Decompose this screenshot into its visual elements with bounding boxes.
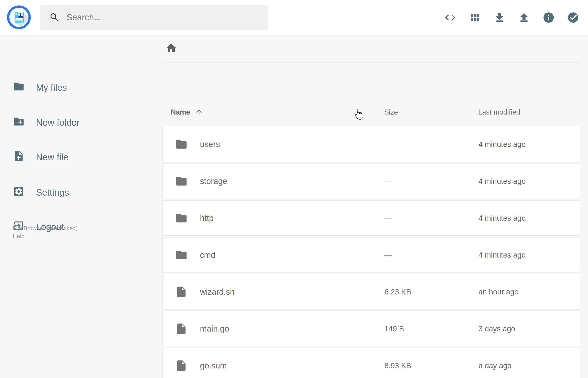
grid-view-icon xyxy=(469,11,481,24)
row-modified: 4 minutes ago xyxy=(479,251,526,259)
row-name: wizard.sh xyxy=(200,287,235,297)
select-multiple-button[interactable] xyxy=(567,11,579,24)
row-modified: 4 minutes ago xyxy=(479,177,526,186)
sidebar: My files New folder New file Settings Lo… xyxy=(0,35,150,378)
settings-icon xyxy=(13,186,25,197)
sidebar-item-settings[interactable]: Settings xyxy=(0,180,150,205)
sidebar-divider xyxy=(0,70,145,70)
row-size: — xyxy=(384,177,392,186)
filebrowser-app: Search... xyxy=(0,0,588,378)
app-logo[interactable] xyxy=(7,5,31,29)
check-circle-icon xyxy=(567,11,579,24)
file-row-storage[interactable]: storage — 4 minutes ago xyxy=(162,163,580,199)
row-name: storage xyxy=(200,176,227,186)
upload-button[interactable] xyxy=(518,11,530,24)
search-input[interactable]: Search... xyxy=(40,5,268,30)
code-icon xyxy=(444,11,456,24)
row-name: users xyxy=(200,140,220,149)
row-name: http xyxy=(200,213,214,223)
new-file-icon xyxy=(13,150,25,162)
row-modified: a day ago xyxy=(479,361,511,370)
folder-icon xyxy=(13,81,25,93)
app-version-text: File Browser v(untracked) xyxy=(13,224,78,232)
row-size: — xyxy=(384,140,392,149)
sidebar-divider xyxy=(0,140,145,140)
download-icon xyxy=(493,11,506,24)
grid-view-button[interactable] xyxy=(469,11,481,24)
info-icon xyxy=(542,11,555,24)
row-size: — xyxy=(384,251,392,259)
folder-icon xyxy=(175,212,188,225)
sort-by-name-header[interactable]: Name xyxy=(171,108,203,116)
listing-header: Name Size Last modified xyxy=(162,103,580,121)
row-name: cmd xyxy=(200,250,215,260)
sidebar-item-new-file[interactable]: New file xyxy=(0,145,150,170)
topbar-actions xyxy=(432,0,579,35)
breadcrumb-divider xyxy=(162,62,580,63)
sidebar-item-new-folder[interactable]: New folder xyxy=(0,110,150,135)
floppy-logo-icon xyxy=(7,5,31,29)
sidebar-item-label: Settings xyxy=(36,188,69,198)
breadcrumb-home-button[interactable] xyxy=(165,42,177,54)
file-icon xyxy=(175,323,188,335)
raw-view-button[interactable] xyxy=(444,11,456,24)
row-size: — xyxy=(384,214,392,222)
sidebar-item-label: New file xyxy=(36,152,68,162)
topbar: Search... xyxy=(0,0,588,35)
create-new-folder-icon xyxy=(13,116,25,128)
folder-icon xyxy=(175,175,188,188)
sidebar-item-label: My files xyxy=(36,82,67,93)
folder-icon xyxy=(175,249,188,261)
file-icon xyxy=(175,285,188,298)
sidebar-item-label: New folder xyxy=(36,118,80,128)
file-row-users[interactable]: users — 4 minutes ago xyxy=(162,127,580,162)
file-icon xyxy=(175,359,188,372)
row-name: go.sum xyxy=(200,361,227,370)
row-size: 8.93 KB xyxy=(384,361,411,370)
file-rows: users — 4 minutes ago storage — 4 minute… xyxy=(162,127,580,378)
upload-icon xyxy=(518,11,530,24)
row-modified: 4 minutes ago xyxy=(479,214,526,222)
info-button[interactable] xyxy=(542,11,555,24)
file-row-main.go[interactable]: main.go 149 B 3 days ago xyxy=(162,311,580,346)
sidebar-item-my-files[interactable]: My files xyxy=(0,75,150,100)
home-icon xyxy=(165,42,177,54)
row-modified: 3 days ago xyxy=(479,324,515,333)
folder-icon xyxy=(175,138,188,151)
file-listing: Name Size Last modified users — 4 minute… xyxy=(162,35,580,378)
search-icon xyxy=(49,12,60,23)
row-size: 6.23 KB xyxy=(384,288,411,296)
file-row-http[interactable]: http — 4 minutes ago xyxy=(162,200,580,236)
sort-by-modified-header[interactable]: Last modified xyxy=(478,108,520,116)
search-placeholder: Search... xyxy=(67,13,101,22)
arrow-up-icon xyxy=(195,108,203,116)
row-modified: 4 minutes ago xyxy=(479,140,526,149)
file-row-wizard.sh[interactable]: wizard.sh 6.23 KB an hour ago xyxy=(162,274,580,310)
row-name: main.go xyxy=(200,324,229,334)
download-button[interactable] xyxy=(493,11,506,24)
file-row-go.sum[interactable]: go.sum 8.93 KB a day ago xyxy=(162,348,580,378)
sort-by-size-header[interactable]: Size xyxy=(384,108,398,116)
help-link[interactable]: Help xyxy=(13,232,24,240)
file-row-cmd[interactable]: cmd — 4 minutes ago xyxy=(162,237,580,272)
row-size: 149 B xyxy=(384,324,404,333)
sidebar-footer: File Browser v(untracked) Help xyxy=(13,224,78,240)
row-modified: an hour ago xyxy=(479,288,519,296)
